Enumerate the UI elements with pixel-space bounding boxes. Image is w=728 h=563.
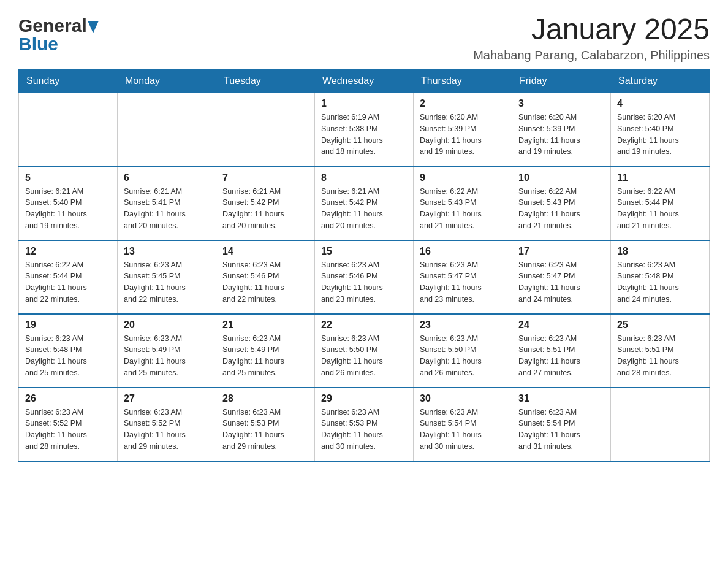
day-info: Sunrise: 6:22 AMSunset: 5:44 PMDaylight:… (25, 259, 111, 305)
day-info: Sunrise: 6:23 AMSunset: 5:46 PMDaylight:… (222, 259, 308, 305)
day-info: Sunrise: 6:23 AMSunset: 5:51 PMDaylight:… (617, 333, 703, 379)
calendar-cell: 5Sunrise: 6:21 AMSunset: 5:40 PMDaylight… (19, 167, 118, 240)
calendar-cell: 21Sunrise: 6:23 AMSunset: 5:49 PMDayligh… (216, 314, 315, 388)
calendar-cell: 30Sunrise: 6:23 AMSunset: 5:54 PMDayligh… (414, 388, 512, 461)
calendar-cell: 11Sunrise: 6:22 AMSunset: 5:44 PMDayligh… (611, 167, 710, 240)
calendar-table: SundayMondayTuesdayWednesdayThursdayFrid… (18, 69, 710, 462)
column-header-tuesday: Tuesday (216, 69, 315, 93)
calendar-week-row: 26Sunrise: 6:23 AMSunset: 5:52 PMDayligh… (19, 388, 710, 461)
day-info: Sunrise: 6:23 AMSunset: 5:52 PMDaylight:… (124, 407, 210, 453)
day-info: Sunrise: 6:23 AMSunset: 5:49 PMDaylight:… (222, 333, 308, 379)
logo-text: General (18, 15, 99, 36)
calendar-cell: 16Sunrise: 6:23 AMSunset: 5:47 PMDayligh… (414, 240, 512, 314)
page-header: General Blue January 2025 Mahabang Paran… (18, 12, 710, 63)
column-header-sunday: Sunday (19, 69, 118, 93)
day-number: 9 (420, 172, 506, 183)
calendar-cell: 2Sunrise: 6:20 AMSunset: 5:39 PMDaylight… (414, 93, 512, 167)
day-number: 18 (617, 246, 703, 257)
day-info: Sunrise: 6:23 AMSunset: 5:52 PMDaylight:… (25, 407, 111, 453)
logo: General Blue (18, 12, 99, 55)
calendar-cell: 26Sunrise: 6:23 AMSunset: 5:52 PMDayligh… (19, 388, 118, 461)
day-info: Sunrise: 6:21 AMSunset: 5:42 PMDaylight:… (222, 186, 308, 232)
calendar-cell: 8Sunrise: 6:21 AMSunset: 5:42 PMDaylight… (315, 167, 414, 240)
day-number: 31 (518, 393, 604, 404)
column-header-thursday: Thursday (414, 69, 512, 93)
day-info: Sunrise: 6:20 AMSunset: 5:40 PMDaylight:… (617, 112, 703, 158)
calendar-week-row: 5Sunrise: 6:21 AMSunset: 5:40 PMDaylight… (19, 167, 710, 240)
day-info: Sunrise: 6:23 AMSunset: 5:48 PMDaylight:… (617, 259, 703, 305)
day-number: 6 (124, 172, 210, 183)
calendar-cell: 31Sunrise: 6:23 AMSunset: 5:54 PMDayligh… (512, 388, 611, 461)
calendar-cell: 25Sunrise: 6:23 AMSunset: 5:51 PMDayligh… (611, 314, 710, 388)
day-info: Sunrise: 6:23 AMSunset: 5:45 PMDaylight:… (124, 259, 210, 305)
calendar-cell: 22Sunrise: 6:23 AMSunset: 5:50 PMDayligh… (315, 314, 414, 388)
day-number: 5 (25, 172, 111, 183)
day-number: 16 (420, 246, 506, 257)
logo-general-text: General (18, 15, 87, 36)
day-number: 11 (617, 172, 703, 183)
calendar-week-row: 12Sunrise: 6:22 AMSunset: 5:44 PMDayligh… (19, 240, 710, 314)
calendar-cell: 28Sunrise: 6:23 AMSunset: 5:53 PMDayligh… (216, 388, 315, 461)
calendar-cell: 19Sunrise: 6:23 AMSunset: 5:48 PMDayligh… (19, 314, 118, 388)
day-number: 25 (617, 320, 703, 331)
title-area: January 2025 Mahabang Parang, Calabarzon… (473, 12, 710, 63)
day-info: Sunrise: 6:22 AMSunset: 5:44 PMDaylight:… (617, 186, 703, 232)
calendar-cell: 4Sunrise: 6:20 AMSunset: 5:40 PMDaylight… (611, 93, 710, 167)
calendar-cell (216, 93, 315, 167)
day-number: 17 (518, 246, 604, 257)
calendar-cell: 12Sunrise: 6:22 AMSunset: 5:44 PMDayligh… (19, 240, 118, 314)
calendar-cell: 6Sunrise: 6:21 AMSunset: 5:41 PMDaylight… (118, 167, 216, 240)
day-number: 23 (420, 320, 506, 331)
calendar-cell: 15Sunrise: 6:23 AMSunset: 5:46 PMDayligh… (315, 240, 414, 314)
calendar-cell: 18Sunrise: 6:23 AMSunset: 5:48 PMDayligh… (611, 240, 710, 314)
day-number: 20 (124, 320, 210, 331)
day-info: Sunrise: 6:23 AMSunset: 5:54 PMDaylight:… (420, 407, 506, 453)
day-info: Sunrise: 6:23 AMSunset: 5:51 PMDaylight:… (518, 333, 604, 379)
day-number: 14 (222, 246, 308, 257)
day-number: 24 (518, 320, 604, 331)
day-info: Sunrise: 6:23 AMSunset: 5:48 PMDaylight:… (25, 333, 111, 379)
day-number: 29 (321, 393, 407, 404)
day-info: Sunrise: 6:19 AMSunset: 5:38 PMDaylight:… (321, 112, 407, 158)
day-number: 10 (518, 172, 604, 183)
calendar-subtitle: Mahabang Parang, Calabarzon, Philippines (473, 48, 710, 63)
column-header-wednesday: Wednesday (315, 69, 414, 93)
day-info: Sunrise: 6:20 AMSunset: 5:39 PMDaylight:… (420, 112, 506, 158)
calendar-cell (611, 388, 710, 461)
calendar-cell: 13Sunrise: 6:23 AMSunset: 5:45 PMDayligh… (118, 240, 216, 314)
column-header-monday: Monday (118, 69, 216, 93)
day-info: Sunrise: 6:21 AMSunset: 5:42 PMDaylight:… (321, 186, 407, 232)
day-info: Sunrise: 6:21 AMSunset: 5:40 PMDaylight:… (25, 186, 111, 232)
day-number: 22 (321, 320, 407, 331)
calendar-cell: 29Sunrise: 6:23 AMSunset: 5:53 PMDayligh… (315, 388, 414, 461)
logo-triangle-icon (88, 21, 99, 33)
day-number: 19 (25, 320, 111, 331)
calendar-cell: 9Sunrise: 6:22 AMSunset: 5:43 PMDaylight… (414, 167, 512, 240)
calendar-header-row: SundayMondayTuesdayWednesdayThursdayFrid… (19, 69, 710, 93)
day-number: 8 (321, 172, 407, 183)
day-number: 3 (518, 98, 604, 109)
day-number: 4 (617, 98, 703, 109)
day-number: 30 (420, 393, 506, 404)
day-info: Sunrise: 6:23 AMSunset: 5:50 PMDaylight:… (420, 333, 506, 379)
svg-marker-0 (88, 21, 99, 33)
day-info: Sunrise: 6:23 AMSunset: 5:47 PMDaylight:… (518, 259, 604, 305)
calendar-cell: 17Sunrise: 6:23 AMSunset: 5:47 PMDayligh… (512, 240, 611, 314)
calendar-cell (118, 93, 216, 167)
logo-blue-text: Blue (18, 34, 58, 55)
calendar-cell (19, 93, 118, 167)
day-number: 7 (222, 172, 308, 183)
day-info: Sunrise: 6:23 AMSunset: 5:47 PMDaylight:… (420, 259, 506, 305)
day-number: 1 (321, 98, 407, 109)
calendar-week-row: 19Sunrise: 6:23 AMSunset: 5:48 PMDayligh… (19, 314, 710, 388)
calendar-cell: 7Sunrise: 6:21 AMSunset: 5:42 PMDaylight… (216, 167, 315, 240)
day-info: Sunrise: 6:23 AMSunset: 5:49 PMDaylight:… (124, 333, 210, 379)
day-info: Sunrise: 6:23 AMSunset: 5:53 PMDaylight:… (222, 407, 308, 453)
day-number: 2 (420, 98, 506, 109)
day-info: Sunrise: 6:22 AMSunset: 5:43 PMDaylight:… (420, 186, 506, 232)
calendar-cell: 27Sunrise: 6:23 AMSunset: 5:52 PMDayligh… (118, 388, 216, 461)
calendar-cell: 24Sunrise: 6:23 AMSunset: 5:51 PMDayligh… (512, 314, 611, 388)
day-info: Sunrise: 6:23 AMSunset: 5:53 PMDaylight:… (321, 407, 407, 453)
day-number: 28 (222, 393, 308, 404)
calendar-cell: 20Sunrise: 6:23 AMSunset: 5:49 PMDayligh… (118, 314, 216, 388)
